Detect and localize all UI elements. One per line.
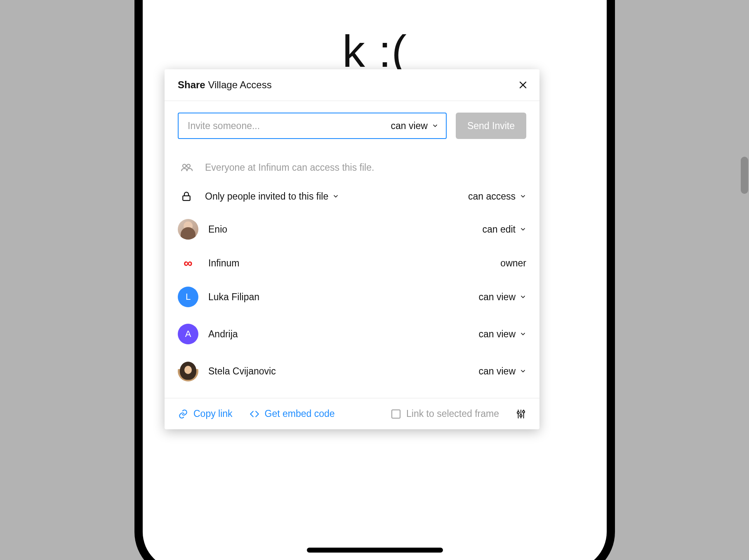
members-list: Eniocan edit∞InfinumownerLLuka Filipanca… — [178, 211, 526, 390]
member-name: Enio — [208, 224, 472, 235]
get-embed-label: Get embed code — [265, 408, 335, 419]
link-scope-permission: can access — [468, 191, 516, 202]
svg-point-6 — [517, 412, 519, 414]
link-scope-label[interactable]: Only people invited to this file — [205, 191, 458, 202]
modal-title-prefix: Share — [178, 79, 205, 90]
link-to-frame-checkbox[interactable]: Link to selected frame — [391, 408, 499, 419]
member-avatar-slot — [178, 219, 198, 240]
chevron-down-icon — [520, 226, 526, 233]
member-avatar-slot — [178, 361, 198, 381]
canvas-left-gutter — [0, 0, 45, 560]
invite-field[interactable]: can view — [178, 113, 447, 139]
member-avatar-slot: L — [178, 287, 198, 307]
canvas-right-gutter — [704, 0, 749, 560]
send-invite-button[interactable]: Send Invite — [456, 113, 526, 139]
modal-title-name: Village Access — [208, 79, 271, 90]
chevron-down-icon — [520, 193, 526, 200]
copy-link-label: Copy link — [193, 408, 233, 419]
invite-input[interactable] — [188, 120, 391, 132]
share-settings-button[interactable] — [516, 409, 526, 419]
member-row: AAndrijacan view — [178, 315, 526, 353]
avatar: A — [178, 324, 198, 344]
member-permission-dropdown: owner — [500, 258, 526, 269]
member-permission-label: can view — [479, 292, 516, 303]
member-name: Stela Cvijanovic — [208, 366, 469, 377]
modal-header: Share Village Access — [165, 69, 539, 101]
member-avatar-slot: ∞ — [178, 256, 198, 270]
home-indicator — [307, 548, 443, 553]
org-access-text: Everyone at Infinum can access this file… — [205, 162, 526, 173]
link-scope-row: Only people invited to this file can acc… — [178, 182, 526, 211]
chevron-down-icon — [520, 368, 526, 374]
member-permission-label: owner — [500, 258, 526, 269]
svg-point-10 — [523, 411, 525, 413]
close-icon — [518, 80, 528, 90]
checkbox-icon — [391, 409, 400, 419]
get-embed-button[interactable]: Get embed code — [249, 408, 335, 419]
svg-point-2 — [183, 164, 186, 167]
member-permission-dropdown[interactable]: can view — [479, 329, 526, 340]
member-permission-dropdown[interactable]: can view — [479, 366, 526, 377]
chevron-down-icon — [520, 331, 526, 337]
invite-permission-dropdown[interactable]: can view — [391, 120, 438, 132]
chevron-down-icon — [432, 122, 438, 129]
close-button[interactable] — [518, 80, 528, 90]
org-access-row: Everyone at Infinum can access this file… — [178, 153, 526, 182]
member-permission-label: can view — [479, 366, 516, 377]
svg-point-8 — [520, 414, 522, 416]
member-name: Infinum — [208, 258, 490, 269]
member-permission-label: can edit — [482, 224, 516, 235]
scrollbar-thumb[interactable] — [741, 157, 748, 194]
member-name: Luka Filipan — [208, 292, 469, 303]
member-permission-dropdown[interactable]: can view — [479, 292, 526, 303]
lock-icon — [178, 190, 195, 202]
people-icon — [178, 161, 195, 174]
member-row: Stela Cvijanoviccan view — [178, 353, 526, 390]
avatar: L — [178, 287, 198, 307]
member-permission-dropdown[interactable]: can edit — [482, 224, 526, 235]
link-scope-permission-dropdown[interactable]: can access — [468, 191, 526, 202]
svg-rect-4 — [183, 196, 190, 200]
copy-link-button[interactable]: Copy link — [178, 408, 233, 419]
member-row: Eniocan edit — [178, 211, 526, 248]
avatar — [178, 361, 198, 381]
member-row: ∞Infinumowner — [178, 248, 526, 278]
invite-row: can view Send Invite — [178, 113, 526, 139]
svg-point-3 — [187, 164, 190, 167]
chevron-down-icon — [332, 193, 339, 200]
link-scope-text: Only people invited to this file — [205, 191, 328, 202]
link-to-frame-label: Link to selected frame — [406, 408, 499, 419]
code-icon — [249, 409, 260, 419]
share-modal: Share Village Access can view Send Invit… — [165, 69, 539, 429]
invite-permission-label: can view — [391, 120, 427, 132]
modal-title: Share Village Access — [178, 79, 272, 91]
infinum-logo-icon: ∞ — [179, 256, 197, 270]
avatar — [178, 219, 198, 240]
modal-footer: Copy link Get embed code Link to selecte… — [165, 398, 539, 429]
member-permission-label: can view — [479, 329, 516, 340]
sliders-icon — [516, 409, 526, 419]
member-row: LLuka Filipancan view — [178, 278, 526, 315]
link-icon — [178, 409, 188, 419]
member-avatar-slot: A — [178, 324, 198, 344]
member-name: Andrija — [208, 329, 469, 340]
chevron-down-icon — [520, 294, 526, 300]
